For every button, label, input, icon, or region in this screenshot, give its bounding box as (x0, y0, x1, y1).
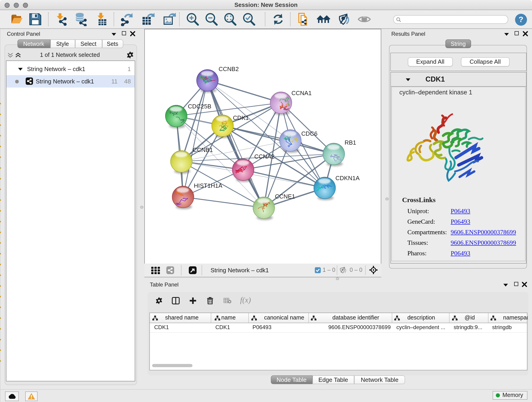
svg-text:RB1: RB1 (345, 139, 356, 146)
svg-text:CCNB2: CCNB2 (219, 65, 239, 72)
svg-text:CDKN1A: CDKN1A (336, 174, 360, 181)
svg-text:CCNA2: CCNA2 (254, 153, 274, 160)
svg-text:CCNE1: CCNE1 (275, 193, 295, 200)
svg-text:HIST1H1A: HIST1H1A (194, 182, 222, 189)
svg-text:CDC25B: CDC25B (188, 103, 211, 109)
svg-text:CCNA1: CCNA1 (291, 89, 312, 96)
svg-text:CDC6: CDC6 (301, 130, 317, 137)
svg-text:CDK1: CDK1 (233, 114, 249, 121)
svg-text:CCNB1: CCNB1 (193, 146, 213, 153)
